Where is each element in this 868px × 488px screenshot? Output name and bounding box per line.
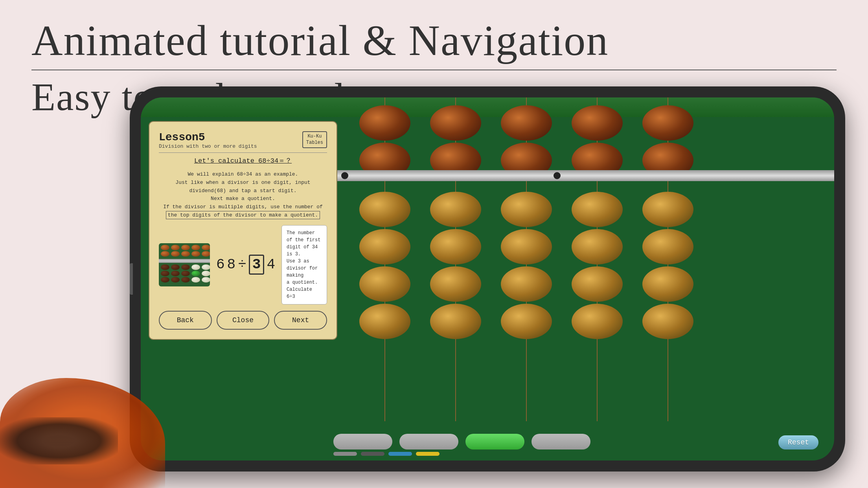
mini-bead-col — [201, 243, 210, 286]
mini-bead-col — [191, 243, 200, 286]
title-divider — [31, 70, 837, 70]
abacus-col-2 — [455, 97, 456, 421]
abacus-col-5 — [668, 97, 668, 421]
mini-bead-col — [181, 243, 190, 286]
close-button[interactable]: Close — [217, 311, 270, 330]
bead — [572, 229, 623, 264]
nav-dot — [388, 452, 412, 456]
back-button[interactable]: Back — [159, 311, 212, 330]
lesson-title: Lesson5 — [159, 131, 257, 143]
bead — [572, 192, 623, 227]
bead — [642, 229, 693, 264]
phone-device: Reset Lesson5 Division with two or more … — [130, 86, 845, 471]
bead — [501, 266, 552, 302]
phone-side-button — [130, 263, 133, 295]
eq-digit-2: 8 — [227, 257, 236, 273]
bead — [501, 304, 552, 339]
abacus-area — [333, 97, 834, 421]
bead — [642, 304, 693, 339]
lesson-dialog: Lesson5 Division with two or more digits… — [149, 121, 337, 340]
bead — [642, 105, 693, 141]
lesson-title-group: Lesson5 Division with two or more digits — [159, 131, 257, 149]
control-oval-3[interactable] — [531, 434, 590, 449]
kuku-badge: Ku-Ku Tables — [302, 131, 327, 148]
bead — [572, 266, 623, 302]
bead — [359, 304, 410, 339]
bead — [359, 266, 410, 302]
lesson-question: Let's calculate 68÷34＝？ — [159, 156, 327, 165]
nav-dot — [333, 452, 357, 456]
phone-screen: Reset Lesson5 Division with two or more … — [141, 97, 834, 460]
rail-dot-2 — [554, 172, 561, 179]
bead — [430, 229, 481, 264]
hint-box: The number of the first digit of 34 is 3… — [281, 225, 327, 305]
bead — [501, 229, 552, 264]
abacus-col-3 — [526, 97, 527, 421]
nav-dot — [361, 452, 384, 456]
bottom-oval-row — [333, 434, 732, 449]
nav-dot — [416, 452, 440, 456]
bead — [501, 192, 552, 227]
mini-abacus — [159, 243, 210, 286]
bead — [359, 229, 410, 264]
eq-highlighted-digit: 3 — [249, 255, 265, 275]
bead — [430, 304, 481, 339]
equation-row: 6 8 ÷ 3 4 The number of the first digit … — [159, 225, 327, 305]
lesson-header: Lesson5 Division with two or more digits… — [159, 131, 327, 149]
dialog-divider — [159, 152, 327, 153]
main-title: Animated tutorial & Navigation — [31, 16, 837, 66]
lesson-subtitle: Division with two or more digits — [159, 143, 257, 149]
bead — [430, 192, 481, 227]
mini-bead-col — [171, 243, 180, 286]
nav-bar — [333, 452, 732, 456]
bead — [642, 192, 693, 227]
bead — [430, 105, 481, 141]
phone-body: Reset Lesson5 Division with two or more … — [130, 86, 845, 471]
bead — [572, 304, 623, 339]
bead — [501, 105, 552, 141]
reset-button[interactable]: Reset — [778, 435, 818, 449]
abacus-col-1 — [384, 97, 385, 421]
bead — [572, 105, 623, 141]
next-button[interactable]: Next — [274, 311, 327, 330]
eq-operator: ÷ — [238, 257, 246, 273]
eq-digit-1: 6 — [216, 257, 225, 273]
bead — [359, 192, 410, 227]
control-oval-2[interactable] — [399, 434, 458, 449]
bead — [430, 266, 481, 302]
mini-bead-col — [160, 243, 170, 286]
dialog-buttons: Back Close Next — [159, 311, 327, 330]
seed-decoration — [0, 350, 228, 488]
rail-dot-1 — [341, 172, 348, 179]
abacus-col-4 — [597, 97, 598, 421]
bead — [359, 105, 410, 141]
eq-digit-3: 4 — [267, 257, 275, 273]
bead — [642, 266, 693, 302]
control-oval-1[interactable] — [333, 434, 392, 449]
control-oval-green[interactable] — [465, 434, 524, 449]
lesson-body-text: We will explain 68÷34 as an example. Jus… — [159, 171, 327, 220]
equation-display: 6 8 ÷ 3 4 — [216, 255, 275, 275]
